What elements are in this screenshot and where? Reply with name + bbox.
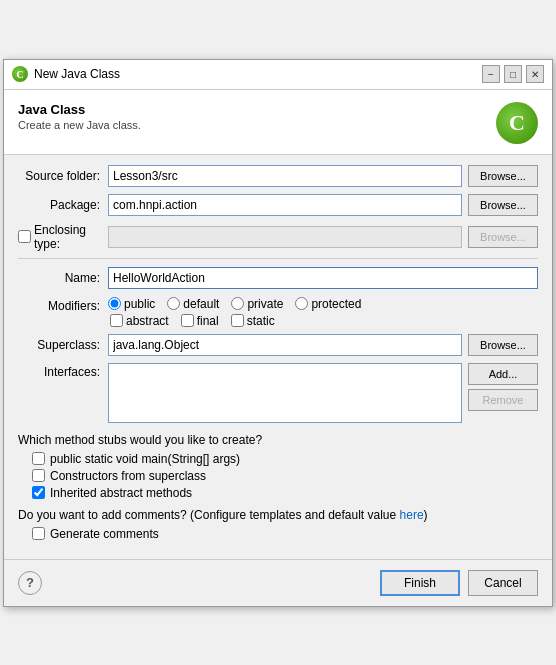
modifiers-row: Modifiers: public default private xyxy=(18,297,538,328)
minimize-button[interactable]: − xyxy=(482,65,500,83)
modifier-default-radio[interactable] xyxy=(167,297,180,310)
modifiers-label: Modifiers: xyxy=(18,297,108,313)
comments-here-link[interactable]: here xyxy=(400,508,424,522)
stub-inherited-option[interactable]: Inherited abstract methods xyxy=(32,486,538,500)
cancel-button[interactable]: Cancel xyxy=(468,570,538,596)
footer-buttons: Finish Cancel xyxy=(380,570,538,596)
modifier-default-label: default xyxy=(183,297,219,311)
stub-inherited-checkbox[interactable] xyxy=(32,486,45,499)
stub-constructors-option[interactable]: Constructors from superclass xyxy=(32,469,538,483)
close-button[interactable]: ✕ xyxy=(526,65,544,83)
stub-inherited-label: Inherited abstract methods xyxy=(50,486,192,500)
stubs-section: Which method stubs would you like to cre… xyxy=(18,433,538,500)
comments-section: Do you want to add comments? (Configure … xyxy=(18,508,538,541)
generate-comments-label: Generate comments xyxy=(50,527,159,541)
interfaces-row: Interfaces: Add... Remove xyxy=(18,363,538,423)
modifier-checkbox-group: abstract final static xyxy=(110,314,361,328)
modifier-abstract-checkbox[interactable] xyxy=(110,314,123,327)
finish-button[interactable]: Finish xyxy=(380,570,460,596)
main-window: C New Java Class − □ ✕ Java Class Create… xyxy=(3,59,553,607)
modifier-public-radio[interactable] xyxy=(108,297,121,310)
enclosing-type-label: Enclosing type: xyxy=(34,223,104,251)
enclosing-browse-button[interactable]: Browse... xyxy=(468,226,538,248)
modifier-protected-option[interactable]: protected xyxy=(295,297,361,311)
help-button[interactable]: ? xyxy=(18,571,42,595)
header-text: Java Class Create a new Java class. xyxy=(18,102,141,131)
modifier-private-label: private xyxy=(247,297,283,311)
comments-title-end: ) xyxy=(424,508,428,522)
modifier-private-option[interactable]: private xyxy=(231,297,283,311)
footer: ? Finish Cancel xyxy=(4,559,552,606)
generate-comments-option[interactable]: Generate comments xyxy=(32,527,538,541)
titlebar-buttons: − □ ✕ xyxy=(482,65,544,83)
form-content: Source folder: Browse... Package: Browse… xyxy=(4,155,552,559)
package-row: Package: Browse... xyxy=(18,194,538,216)
comments-title: Do you want to add comments? (Configure … xyxy=(18,508,538,522)
titlebar: C New Java Class − □ ✕ xyxy=(4,60,552,90)
modifier-static-checkbox[interactable] xyxy=(231,314,244,327)
interfaces-label: Interfaces: xyxy=(18,363,108,379)
package-label: Package: xyxy=(18,198,108,212)
source-folder-browse-button[interactable]: Browse... xyxy=(468,165,538,187)
modifier-radio-group: public default private protected xyxy=(108,297,361,311)
window-title: New Java Class xyxy=(34,67,120,81)
app-icon: C xyxy=(12,66,28,82)
titlebar-left: C New Java Class xyxy=(12,66,120,82)
modifier-public-label: public xyxy=(124,297,155,311)
modifier-private-radio[interactable] xyxy=(231,297,244,310)
generate-comments-checkbox[interactable] xyxy=(32,527,45,540)
source-folder-row: Source folder: Browse... xyxy=(18,165,538,187)
modifier-final-label: final xyxy=(197,314,219,328)
package-input[interactable] xyxy=(108,194,462,216)
interfaces-remove-button[interactable]: Remove xyxy=(468,389,538,411)
modifier-public-option[interactable]: public xyxy=(108,297,155,311)
superclass-browse-button[interactable]: Browse... xyxy=(468,334,538,356)
name-label: Name: xyxy=(18,271,108,285)
modifier-static-option[interactable]: static xyxy=(231,314,275,328)
header-subtitle: Create a new Java class. xyxy=(18,119,141,131)
interfaces-textarea[interactable] xyxy=(108,363,462,423)
divider xyxy=(18,258,538,259)
header-section: Java Class Create a new Java class. C xyxy=(4,90,552,155)
java-icon: C xyxy=(496,102,538,144)
enclosing-type-row: Enclosing type: Browse... xyxy=(18,223,538,251)
interfaces-buttons: Add... Remove xyxy=(468,363,538,411)
interfaces-add-button[interactable]: Add... xyxy=(468,363,538,385)
modifier-static-label: static xyxy=(247,314,275,328)
modifier-protected-label: protected xyxy=(311,297,361,311)
superclass-label: Superclass: xyxy=(18,338,108,352)
header-title: Java Class xyxy=(18,102,141,117)
stub-constructors-label: Constructors from superclass xyxy=(50,469,206,483)
name-input[interactable] xyxy=(108,267,538,289)
source-folder-label: Source folder: xyxy=(18,169,108,183)
enclosing-type-checkbox[interactable] xyxy=(18,230,31,243)
stub-main-checkbox[interactable] xyxy=(32,452,45,465)
modifier-final-option[interactable]: final xyxy=(181,314,219,328)
modifier-abstract-option[interactable]: abstract xyxy=(110,314,169,328)
modifier-final-checkbox[interactable] xyxy=(181,314,194,327)
stub-main-label: public static void main(String[] args) xyxy=(50,452,240,466)
name-row: Name: xyxy=(18,267,538,289)
stub-main-option[interactable]: public static void main(String[] args) xyxy=(32,452,538,466)
enclosing-type-input[interactable] xyxy=(108,226,462,248)
comments-title-text: Do you want to add comments? (Configure … xyxy=(18,508,400,522)
modifiers-options: public default private protected xyxy=(108,297,361,328)
package-browse-button[interactable]: Browse... xyxy=(468,194,538,216)
enclosing-check-area: Enclosing type: xyxy=(18,223,108,251)
stub-constructors-checkbox[interactable] xyxy=(32,469,45,482)
modifier-default-option[interactable]: default xyxy=(167,297,219,311)
maximize-button[interactable]: □ xyxy=(504,65,522,83)
superclass-input[interactable] xyxy=(108,334,462,356)
source-folder-input[interactable] xyxy=(108,165,462,187)
superclass-row: Superclass: Browse... xyxy=(18,334,538,356)
modifier-protected-radio[interactable] xyxy=(295,297,308,310)
modifier-abstract-label: abstract xyxy=(126,314,169,328)
stubs-title: Which method stubs would you like to cre… xyxy=(18,433,538,447)
